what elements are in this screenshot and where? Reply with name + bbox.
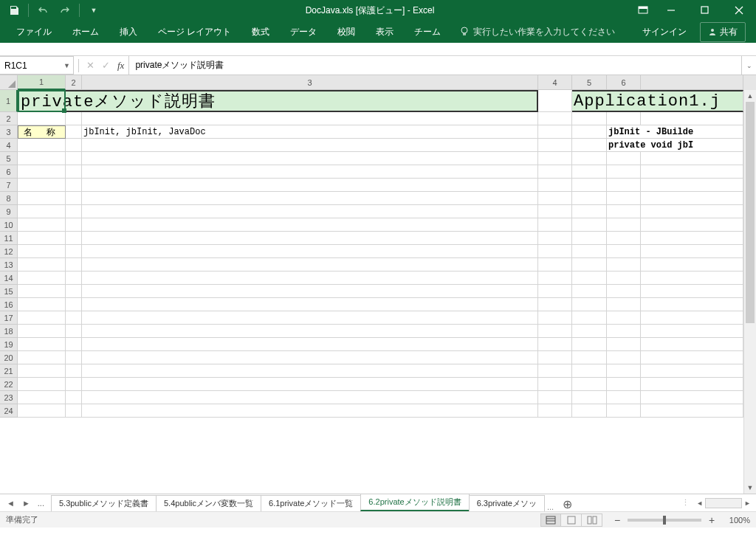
col-header-1[interactable]: 1 xyxy=(18,75,66,90)
cell[interactable] xyxy=(641,152,743,165)
cell[interactable] xyxy=(641,245,743,258)
cell[interactable] xyxy=(82,218,538,232)
fx-icon[interactable]: fx xyxy=(117,60,124,72)
enter-icon[interactable]: ✓ xyxy=(102,60,110,71)
col-header-6[interactable]: 6 xyxy=(607,75,641,90)
cell[interactable] xyxy=(538,325,572,338)
cell[interactable] xyxy=(18,179,66,192)
cell[interactable] xyxy=(18,258,66,272)
cell[interactable] xyxy=(572,338,607,351)
redo-icon[interactable] xyxy=(55,1,75,19)
sheet-tab-active[interactable]: 6.2privateメソッド説明書 xyxy=(360,494,469,511)
cell[interactable] xyxy=(641,298,743,311)
cell[interactable] xyxy=(18,192,66,205)
normal-view-icon[interactable] xyxy=(540,513,561,527)
cell[interactable] xyxy=(607,232,641,245)
cell[interactable] xyxy=(18,311,66,325)
cell[interactable] xyxy=(18,272,66,285)
cell[interactable] xyxy=(538,152,572,165)
sheet-nav-more[interactable]: ... xyxy=(35,499,47,508)
cell[interactable] xyxy=(538,139,572,152)
cell[interactable] xyxy=(82,311,538,325)
cell[interactable] xyxy=(82,404,538,418)
cell[interactable] xyxy=(607,404,641,418)
row-header[interactable]: 1 xyxy=(0,90,18,112)
cell[interactable] xyxy=(538,232,572,245)
cell[interactable] xyxy=(66,311,82,325)
cell-r1c5[interactable]: Application1.j xyxy=(572,90,743,112)
worksheet-grid[interactable]: 1 2 3 4 5 6 1 privateメソッド説明書 Application… xyxy=(0,75,756,494)
cell[interactable] xyxy=(607,311,641,325)
cell[interactable] xyxy=(607,258,641,272)
cell[interactable] xyxy=(66,152,82,165)
cell[interactable] xyxy=(607,179,641,192)
sheet-nav-prev-icon[interactable]: ◄ xyxy=(4,499,17,508)
cell[interactable] xyxy=(641,404,743,418)
cell[interactable] xyxy=(538,112,572,125)
sheet-ellipsis[interactable]: ... xyxy=(544,502,557,511)
cell[interactable] xyxy=(572,165,607,179)
row-header[interactable]: 18 xyxy=(0,325,18,338)
row-header[interactable]: 21 xyxy=(0,364,18,378)
row-header[interactable]: 2 xyxy=(0,112,18,125)
tab-file[interactable]: ファイル xyxy=(6,21,62,43)
tell-me-box[interactable]: 実行したい作業を入力してください xyxy=(460,26,615,38)
cell[interactable] xyxy=(538,272,572,285)
zoom-slider-thumb[interactable] xyxy=(663,516,666,525)
cell[interactable] xyxy=(66,285,82,298)
cell[interactable] xyxy=(18,364,66,378)
maximize-button[interactable] xyxy=(688,0,722,21)
cell[interactable] xyxy=(572,272,607,285)
cell[interactable] xyxy=(641,112,743,125)
cell[interactable] xyxy=(82,258,538,272)
cell[interactable] xyxy=(607,205,641,218)
page-layout-view-icon[interactable] xyxy=(561,513,582,527)
col-header-overflow[interactable] xyxy=(641,75,743,90)
cell[interactable] xyxy=(538,179,572,192)
cell[interactable] xyxy=(641,325,743,338)
cell[interactable] xyxy=(66,165,82,179)
minimize-button[interactable] xyxy=(654,0,688,21)
cell[interactable] xyxy=(641,378,743,391)
cell[interactable] xyxy=(607,112,641,125)
cell[interactable] xyxy=(66,205,82,218)
cell[interactable] xyxy=(66,112,82,125)
cell[interactable] xyxy=(66,258,82,272)
cell[interactable] xyxy=(18,338,66,351)
cell[interactable] xyxy=(66,325,82,338)
cell[interactable] xyxy=(82,325,538,338)
cell[interactable] xyxy=(572,112,607,125)
cell[interactable] xyxy=(572,391,607,404)
row-header[interactable]: 6 xyxy=(0,165,18,179)
zoom-slider[interactable] xyxy=(628,519,701,522)
col-header-2[interactable]: 2 xyxy=(66,75,82,90)
row-header[interactable]: 17 xyxy=(0,311,18,325)
cell[interactable] xyxy=(18,112,66,125)
cell-r1c4[interactable] xyxy=(538,90,572,112)
cell[interactable] xyxy=(572,152,607,165)
row-header[interactable]: 10 xyxy=(0,218,18,232)
row-header[interactable]: 14 xyxy=(0,272,18,285)
zoom-out-button[interactable]: − xyxy=(611,514,623,526)
cell[interactable] xyxy=(82,112,538,125)
cell[interactable] xyxy=(572,298,607,311)
sheet-tab[interactable]: 6.3privateメソッ xyxy=(469,495,545,511)
ribbon-display-icon[interactable] xyxy=(632,0,654,21)
cell[interactable] xyxy=(66,192,82,205)
cell[interactable] xyxy=(641,192,743,205)
tab-review[interactable]: 校閲 xyxy=(327,21,365,43)
cell[interactable] xyxy=(66,218,82,232)
cell[interactable] xyxy=(66,364,82,378)
cell[interactable] xyxy=(18,152,66,165)
cell[interactable] xyxy=(572,311,607,325)
cell-r3c1-label[interactable]: 名 称 xyxy=(18,125,66,139)
cell[interactable] xyxy=(538,125,572,139)
sheet-tab[interactable]: 5.4publicメンバ変数一覧 xyxy=(156,495,261,511)
cell[interactable] xyxy=(66,245,82,258)
cell[interactable] xyxy=(18,391,66,404)
cell[interactable] xyxy=(572,285,607,298)
cell[interactable] xyxy=(572,232,607,245)
cell[interactable] xyxy=(572,125,607,139)
cell[interactable] xyxy=(572,139,607,152)
cell[interactable] xyxy=(18,378,66,391)
